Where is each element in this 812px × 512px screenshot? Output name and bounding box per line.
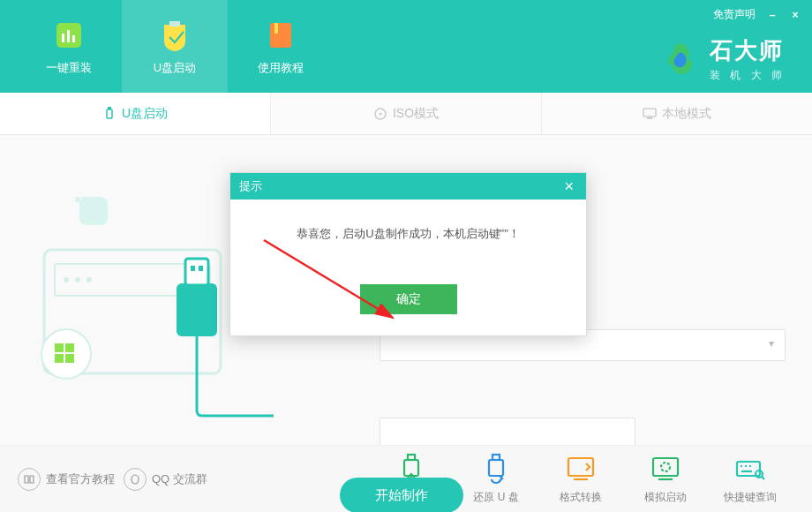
simulate-icon	[650, 453, 681, 485]
footer-link-label: 查看官方教程	[46, 471, 115, 487]
iso-icon	[373, 107, 387, 121]
svg-rect-33	[489, 460, 503, 476]
dialog-message: 恭喜您，启动U盘制作成功，本机启动键""！	[248, 226, 568, 242]
footer-qq-link[interactable]: QQ 交流群	[124, 468, 207, 491]
svg-rect-14	[75, 197, 80, 202]
svg-rect-27	[185, 259, 208, 285]
nav-label: U盘启动	[154, 60, 196, 76]
close-button[interactable]: ×	[789, 9, 801, 21]
sub-tabs: U盘启动 ISO模式 本地模式	[0, 93, 812, 135]
nav-one-key-reinstall[interactable]: 一键重装	[16, 0, 122, 93]
svg-rect-2	[67, 30, 70, 42]
tool-label: 格式转换	[560, 490, 602, 505]
svg-rect-29	[199, 266, 203, 271]
svg-rect-3	[72, 35, 75, 42]
usb-icon	[102, 107, 117, 121]
keyboard-search-icon	[734, 453, 766, 485]
subtab-label: U盘启动	[122, 106, 168, 122]
dialog-titlebar: 提示 ×	[230, 173, 586, 200]
svg-rect-34	[492, 455, 500, 460]
svg-rect-5	[270, 23, 291, 48]
svg-rect-1	[62, 34, 64, 42]
book-open-icon	[18, 468, 41, 491]
svg-point-19	[75, 277, 80, 282]
dialog-title: 提示	[239, 178, 262, 194]
dialog-ok-button[interactable]: 确定	[360, 284, 457, 314]
svg-rect-15	[82, 197, 87, 202]
success-dialog: 提示 × 恭喜您，启动U盘制作成功，本机启动键""！ 确定	[229, 172, 587, 336]
subtab-local-mode[interactable]: 本地模式	[542, 93, 812, 134]
usb-restore-icon	[480, 453, 512, 485]
svg-point-30	[132, 475, 139, 484]
bar-chart-icon	[51, 18, 86, 53]
svg-rect-26	[177, 283, 217, 336]
logo-icon	[662, 40, 701, 79]
tool-simulate-boot[interactable]: 模拟启动	[623, 453, 708, 505]
window-controls: 免责声明 – ×	[713, 7, 801, 22]
svg-rect-36	[653, 458, 678, 476]
svg-rect-12	[647, 117, 652, 119]
minimize-button[interactable]: –	[766, 9, 778, 21]
svg-point-18	[64, 277, 69, 282]
svg-rect-7	[107, 109, 112, 118]
svg-rect-32	[408, 455, 415, 460]
footer-tutorial-link[interactable]: 查看官方教程	[18, 468, 115, 491]
svg-rect-28	[191, 266, 195, 271]
tool-label: 模拟启动	[644, 490, 687, 505]
svg-point-37	[661, 463, 670, 471]
monitor-icon	[643, 107, 657, 121]
svg-rect-24	[55, 354, 64, 363]
svg-rect-6	[274, 23, 278, 34]
book-icon	[263, 18, 298, 53]
dialog-close-button[interactable]: ×	[560, 177, 577, 196]
subtab-label: ISO模式	[393, 106, 439, 122]
svg-rect-8	[108, 107, 111, 109]
svg-point-10	[379, 112, 381, 115]
tool-label: 快捷键查询	[724, 490, 777, 505]
main-nav: 一键重装 U盘启动 使用教程	[0, 0, 334, 93]
svg-rect-23	[65, 343, 74, 352]
svg-rect-25	[65, 354, 74, 363]
svg-point-20	[86, 277, 92, 282]
start-make-button[interactable]: 开始制作	[340, 478, 463, 512]
subtab-label: 本地模式	[662, 106, 711, 122]
subtab-iso-mode[interactable]: ISO模式	[271, 93, 542, 134]
nav-tutorial[interactable]: 使用教程	[228, 0, 334, 93]
brand-subtitle: 装 机 大 师	[710, 68, 786, 83]
nav-label: 使用教程	[258, 60, 304, 76]
app-header: 一键重装 U盘启动 使用教程 免责声明 – × 石大师 装 机 大 师	[0, 0, 812, 93]
tool-label: 还原 U 盘	[473, 490, 518, 505]
svg-rect-22	[55, 343, 64, 352]
subtab-usb-boot[interactable]: U盘启动	[0, 93, 271, 134]
tool-format-convert[interactable]: 格式转换	[538, 453, 623, 505]
nav-label: 一键重装	[46, 60, 92, 76]
svg-rect-4	[169, 21, 180, 26]
footer-link-label: QQ 交流群	[152, 471, 207, 487]
brand-title: 石大师	[710, 35, 786, 66]
convert-icon	[565, 453, 597, 485]
disclaimer-link[interactable]: 免责声明	[713, 7, 756, 22]
brand-logo: 石大师 装 机 大 师	[662, 35, 786, 83]
svg-rect-11	[643, 109, 656, 117]
svg-line-44	[762, 477, 764, 479]
nav-usb-boot[interactable]: U盘启动	[122, 0, 228, 93]
tool-hotkey-lookup[interactable]: 快捷键查询	[708, 453, 793, 505]
qq-icon	[124, 468, 147, 491]
tool-restore-usb[interactable]: 还原 U 盘	[454, 453, 538, 505]
shield-usb-icon	[157, 18, 192, 53]
